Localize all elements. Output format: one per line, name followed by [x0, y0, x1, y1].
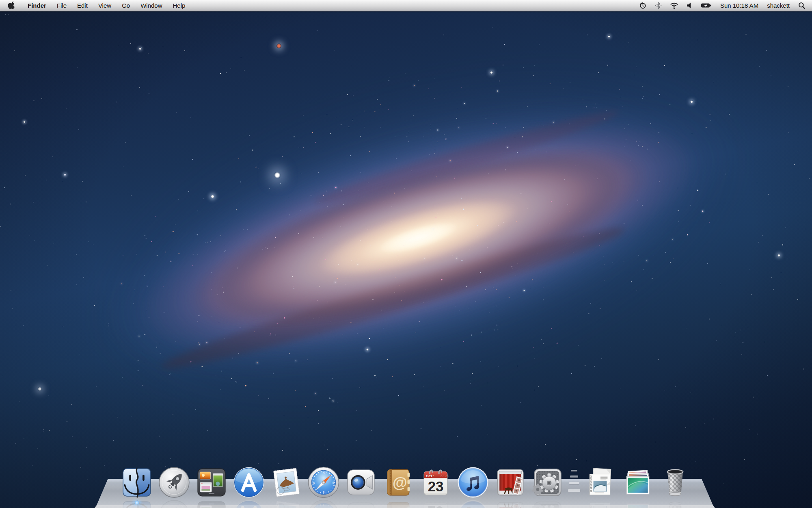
dock-item-launchpad[interactable]: [158, 466, 191, 499]
galaxy: [42, 0, 794, 488]
menu-edit[interactable]: Edit: [72, 2, 93, 9]
dock-item-app-store[interactable]: [232, 466, 266, 499]
time-machine-icon[interactable]: [639, 2, 647, 9]
apple-logo-icon: [8, 1, 15, 10]
dock-item-photo-booth[interactable]: [494, 466, 527, 499]
svg-text:27 28: 27 28: [440, 474, 449, 478]
ical-month-label: SEP: [426, 474, 433, 478]
volume-icon[interactable]: [686, 2, 693, 9]
ical-day-label: 23: [428, 478, 444, 494]
desktop: FinderFileEditViewGoWindowHelp Sun 10:18…: [0, 0, 812, 508]
menu-file[interactable]: File: [52, 2, 72, 9]
apple-menu[interactable]: [0, 1, 22, 10]
menu-bar: FinderFileEditViewGoWindowHelp Sun 10:18…: [0, 0, 812, 11]
dock-item-system-preferences[interactable]: [531, 466, 564, 499]
user-switcher[interactable]: shackett: [767, 2, 790, 9]
bluetooth-icon[interactable]: [654, 2, 662, 9]
menu-help[interactable]: Help: [168, 2, 191, 9]
dock-item-finder[interactable]: [120, 466, 153, 499]
menu-go[interactable]: Go: [117, 2, 135, 9]
svg-text:N: N: [323, 471, 325, 474]
pictures-stack-icon: [621, 466, 654, 499]
svg-text:W: W: [313, 481, 315, 484]
address-book-at-glyph: @: [393, 474, 407, 491]
spotlight-icon[interactable]: [798, 2, 806, 9]
app-store-icon: [232, 466, 266, 499]
dock-item-itunes[interactable]: [456, 466, 490, 499]
menu-clock[interactable]: Sun 10:18 AM: [720, 2, 758, 9]
mail-icon: [270, 466, 303, 499]
dock-item-ical[interactable]: SEP 27 28 23 SEP 27 28 23: [419, 466, 452, 499]
launchpad-icon: [158, 466, 191, 499]
dock-item-safari[interactable]: N E S W N E S W: [307, 466, 340, 499]
svg-text:E: E: [333, 481, 335, 484]
photo-booth-icon: [494, 466, 527, 499]
battery-icon[interactable]: [701, 2, 712, 9]
dock-item-documents-stack[interactable]: [584, 466, 617, 499]
dock-item-mail[interactable]: [270, 466, 303, 499]
wifi-icon[interactable]: [670, 2, 678, 9]
documents-stack-icon: [584, 466, 617, 499]
dock-divider[interactable]: [568, 466, 580, 499]
finder-icon: [120, 466, 153, 499]
facetime-icon: [344, 466, 378, 499]
dock-item-mission-control[interactable]: [195, 466, 228, 499]
svg-text:S: S: [323, 491, 325, 494]
wallpaper-andromeda-galaxy: [0, 0, 812, 508]
mission-control-icon: [195, 466, 228, 499]
menu-finder[interactable]: Finder: [22, 2, 52, 9]
itunes-icon: [456, 466, 490, 499]
trash-icon: [659, 466, 692, 499]
dock-item-pictures-stack[interactable]: [621, 466, 654, 499]
dock-item-address-book[interactable]: @ @: [382, 466, 415, 499]
dock-item-trash[interactable]: [659, 466, 692, 499]
running-indicator-finder: [134, 501, 140, 504]
menu-view[interactable]: View: [93, 2, 117, 9]
safari-icon: N E S W: [307, 466, 340, 499]
ical-icon: SEP 27 28 23: [419, 466, 452, 499]
address-book-icon: @: [382, 466, 415, 499]
menu-window[interactable]: Window: [135, 2, 167, 9]
dock: N E S W N E S W @ @ SEP 27 28 23 SEP 27 …: [0, 447, 812, 508]
dock-item-facetime[interactable]: [344, 466, 378, 499]
system-preferences-icon: [531, 466, 564, 499]
